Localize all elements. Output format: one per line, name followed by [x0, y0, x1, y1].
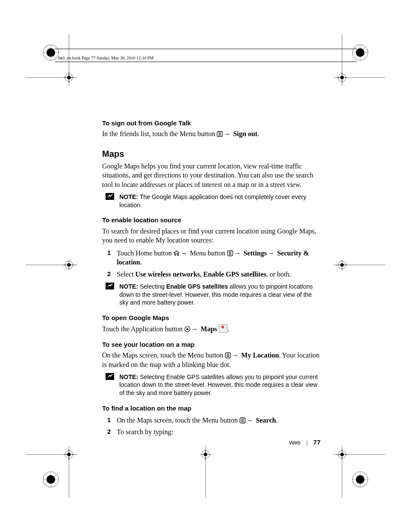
- text: On the Maps screen, touch the Menu butto…: [117, 417, 240, 424]
- text: .: [140, 258, 142, 266]
- svg-point-43: [356, 475, 364, 484]
- heading-sign-out: To sign out from Google Talk: [102, 119, 322, 128]
- svg-point-32: [65, 451, 73, 458]
- step-2: 2 To search by typing:: [102, 427, 322, 437]
- arrow-icon: →: [267, 249, 275, 257]
- heading-see-location: To see your location on a map: [102, 340, 322, 349]
- note-icon: [106, 373, 114, 398]
- svg-point-20: [338, 74, 346, 81]
- step-body: To search by typing:: [117, 427, 322, 437]
- step-body: Touch Home button → Menu button → Settin…: [117, 249, 322, 267]
- svg-point-7: [47, 48, 55, 57]
- svg-point-35: [67, 453, 71, 456]
- text: ,: [200, 271, 203, 278]
- menu-icon: [225, 352, 231, 358]
- svg-point-52: [67, 263, 71, 267]
- text: .: [227, 325, 229, 333]
- crop-mark-bl: [26, 446, 78, 498]
- footer-page-number: 77: [313, 439, 321, 446]
- crop-mark-tr: [333, 34, 385, 86]
- text: In the friends list, touch the Menu butt…: [102, 130, 217, 137]
- arrow-icon: →: [246, 417, 254, 424]
- arrow-icon: →: [223, 130, 231, 137]
- bold-settings: Settings: [242, 249, 267, 257]
- text: Touch the Application button: [102, 325, 184, 333]
- enable-intro: To search for desired places or find you…: [102, 227, 322, 245]
- text: On the Maps screen, touch the Menu butto…: [102, 352, 225, 359]
- svg-point-54: [338, 261, 346, 269]
- crop-mark-br: [333, 446, 385, 498]
- text: Menu button: [188, 249, 227, 257]
- crop-mark-ml: [26, 239, 78, 291]
- svg-point-23: [340, 76, 344, 79]
- step-number: 1: [106, 249, 111, 267]
- text: , or both.: [266, 271, 291, 278]
- application-icon: [184, 326, 190, 332]
- step-number: 2: [106, 427, 111, 437]
- text: Select: [117, 271, 135, 278]
- svg-point-47: [340, 453, 344, 456]
- arrow-icon: →: [231, 352, 240, 359]
- heading-maps: Maps: [102, 148, 322, 160]
- note-maps-coverage: NOTE: The Google Maps application does n…: [102, 193, 322, 209]
- page-body: To sign out from Google Talk In the frie…: [102, 112, 322, 439]
- svg-point-8: [65, 74, 73, 81]
- arrow-icon: →: [233, 249, 242, 257]
- note-label: NOTE:: [119, 193, 138, 200]
- svg-line-30: [45, 474, 56, 485]
- svg-point-31: [47, 475, 55, 484]
- bold-gps: Enable GPS satellites: [203, 271, 266, 278]
- svg-point-44: [338, 451, 346, 458]
- step-number: 2: [106, 270, 111, 279]
- footer-section: Web: [289, 439, 301, 446]
- svg-point-62: [204, 453, 207, 456]
- step-2: 2 Select Use wireless networks, Enable G…: [102, 270, 322, 279]
- see-location-line: On the Maps screen, touch the Menu butto…: [102, 351, 322, 369]
- maps-app-icon: [219, 324, 227, 333]
- note-label: NOTE:: [119, 373, 138, 380]
- crop-mark-mr: [333, 239, 385, 291]
- note-text: NOTE: Selecting Enable GPS satellites al…: [119, 373, 322, 398]
- sign-out-line: In the friends list, touch the Menu butt…: [102, 129, 322, 139]
- find-steps: 1 On the Maps screen, touch the Menu but…: [102, 416, 322, 437]
- svg-point-49: [65, 261, 73, 269]
- svg-point-59: [202, 451, 209, 458]
- text: The Google Maps application does not com…: [119, 193, 306, 208]
- menu-icon: [217, 131, 223, 137]
- bold-wireless: Use wireless networks: [135, 271, 200, 278]
- svg-point-38: [352, 472, 368, 487]
- crop-mark-tl: [26, 34, 78, 86]
- text: Selecting Enable GPS satellites allows y…: [119, 373, 318, 397]
- running-header: bk0_en.book Page 77 Sunday, May 30, 2010…: [58, 56, 153, 60]
- maps-intro: Google Maps helps you find your current …: [102, 162, 322, 190]
- note-label: NOTE:: [119, 283, 138, 290]
- svg-line-29: [45, 474, 56, 485]
- bold-sign-out: Sign out: [231, 130, 257, 137]
- crop-mark-mc: [180, 446, 231, 498]
- svg-point-11: [67, 76, 71, 79]
- step-body: On the Maps screen, touch the Menu butto…: [117, 416, 322, 425]
- text: .: [276, 417, 278, 424]
- bold-gps: Enable GPS satellites: [166, 283, 228, 290]
- svg-point-19: [356, 48, 364, 57]
- note-text: NOTE: The Google Maps application does n…: [119, 193, 322, 209]
- header-rule-top: [55, 49, 357, 49]
- note-gps-see: NOTE: Selecting Enable GPS satellites al…: [102, 373, 322, 398]
- bold-search: Search: [254, 417, 276, 424]
- heading-open-maps: To open Google Maps: [102, 314, 322, 322]
- header-rule-bottom: [55, 62, 357, 62]
- bold-maps: Maps: [199, 325, 219, 333]
- svg-point-26: [43, 472, 59, 487]
- text: .: [258, 130, 259, 137]
- svg-line-41: [355, 474, 366, 485]
- svg-point-2: [43, 45, 59, 60]
- home-icon: [174, 250, 180, 256]
- note-icon: [106, 193, 114, 209]
- heading-find-location: To find a location on the map: [102, 404, 322, 413]
- svg-point-14: [352, 45, 368, 60]
- text: Touch Home button: [117, 249, 174, 257]
- footer-separator: |: [302, 439, 312, 446]
- enable-steps: 1 Touch Home button → Menu button → Sett…: [102, 249, 322, 279]
- step-1: 1 On the Maps screen, touch the Menu but…: [102, 416, 322, 425]
- step-body: Select Use wireless networks, Enable GPS…: [117, 270, 322, 279]
